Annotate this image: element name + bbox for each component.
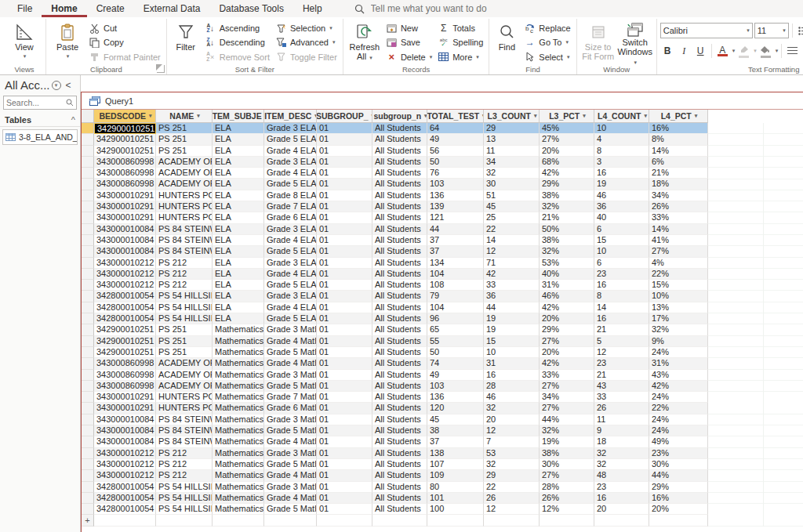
table-cell[interactable]: Mathematics: [213, 381, 264, 392]
table-cell[interactable]: 14%: [649, 146, 708, 157]
row-selector[interactable]: [82, 403, 94, 414]
table-cell[interactable]: 22: [484, 482, 540, 493]
table-cell[interactable]: 40: [594, 212, 649, 223]
table-cell[interactable]: 29%: [540, 179, 594, 190]
table-cell[interactable]: All Students: [372, 370, 427, 381]
table-cell[interactable]: 50: [427, 157, 484, 168]
table-cell[interactable]: 10: [484, 347, 540, 358]
table-cell[interactable]: 44%: [649, 470, 708, 481]
table-cell[interactable]: All Students: [372, 436, 427, 447]
new-record-cell[interactable]: [427, 515, 484, 526]
table-cell[interactable]: 19: [484, 313, 540, 324]
row-selector[interactable]: [82, 157, 94, 168]
table-cell[interactable]: ELA: [213, 258, 264, 269]
table-cell[interactable]: PS 54 HILLSIDE: [156, 493, 213, 504]
row-selector[interactable]: [82, 224, 94, 235]
table-cell[interactable]: 01: [317, 448, 372, 459]
bold-button[interactable]: B: [660, 43, 675, 59]
row-selector[interactable]: [82, 280, 94, 291]
table-cell[interactable]: All Students: [372, 403, 427, 414]
table-cell[interactable]: 51: [484, 190, 540, 201]
table-cell[interactable]: 31%: [649, 358, 708, 369]
table-cell[interactable]: All Students: [372, 470, 427, 481]
table-cell[interactable]: 01: [317, 370, 372, 381]
table-cell[interactable]: 16%: [649, 493, 708, 504]
table-cell[interactable]: 4: [594, 134, 649, 145]
table-cell[interactable]: ELA: [213, 280, 264, 291]
table-cell[interactable]: 32: [484, 459, 540, 470]
table-cell[interactable]: 10%: [649, 291, 708, 302]
table-cell[interactable]: HUNTERS POIN: [156, 201, 213, 212]
table-cell[interactable]: 26%: [649, 201, 708, 212]
table-cell[interactable]: ACADEMY OF T: [156, 157, 213, 168]
table-cell[interactable]: All Students: [372, 201, 427, 212]
table-cell[interactable]: 01: [317, 134, 372, 145]
table-cell[interactable]: All Students: [372, 302, 427, 313]
table-cell[interactable]: 19: [594, 179, 649, 190]
table-cell[interactable]: 343000010084: [94, 414, 156, 425]
table-cell[interactable]: 29: [484, 470, 540, 481]
table-cell[interactable]: 136: [427, 392, 484, 403]
table-cell[interactable]: 343000860998: [94, 157, 156, 168]
table-cell[interactable]: ELA: [213, 146, 264, 157]
table-cell[interactable]: PS 251: [156, 123, 213, 134]
table-cell[interactable]: 43: [594, 381, 649, 392]
table-cell[interactable]: 8%: [649, 134, 708, 145]
table-cell[interactable]: 26: [484, 493, 540, 504]
column-filter-dropdown-icon[interactable]: ▾: [644, 113, 647, 119]
cut-button[interactable]: Cut: [86, 21, 163, 35]
table-cell[interactable]: Grade 3 Math: [264, 448, 317, 459]
font-name-combobox[interactable]: Calibri ▾: [660, 23, 753, 38]
tab-file[interactable]: File: [8, 0, 42, 17]
new-record-cell[interactable]: [594, 515, 649, 526]
table-cell[interactable]: 44: [427, 224, 484, 235]
table-cell[interactable]: 31: [484, 358, 540, 369]
table-cell[interactable]: 36: [594, 201, 649, 212]
table-cell[interactable]: All Students: [372, 336, 427, 347]
table-cell[interactable]: Grade 4 Math: [264, 358, 317, 369]
table-cell[interactable]: 103: [427, 381, 484, 392]
table-cell[interactable]: 342900010251: [94, 134, 156, 145]
nav-search-box[interactable]: [3, 96, 77, 110]
table-cell[interactable]: 32%: [649, 324, 708, 335]
row-selector[interactable]: [82, 436, 94, 447]
table-cell[interactable]: 33%: [540, 370, 594, 381]
table-cell[interactable]: 342800010054: [94, 313, 156, 324]
table-cell[interactable]: 343000010291: [94, 392, 156, 403]
table-cell[interactable]: PS 84 STEINWA: [156, 436, 213, 447]
table-cell[interactable]: ACADEMY OF T: [156, 179, 213, 190]
table-cell[interactable]: 28: [484, 381, 540, 392]
table-cell[interactable]: 342900010251: [94, 146, 156, 157]
table-cell[interactable]: ELA: [213, 134, 264, 145]
table-cell[interactable]: 27%: [540, 381, 594, 392]
table-cell[interactable]: Grade 4 Math: [264, 493, 317, 504]
column-filter-dropdown-icon[interactable]: ▾: [197, 113, 200, 119]
table-cell[interactable]: 01: [317, 168, 372, 179]
table-cell[interactable]: Grade 6 ELA: [264, 212, 317, 223]
table-cell[interactable]: 15%: [649, 280, 708, 291]
table-cell[interactable]: 32: [484, 168, 540, 179]
table-cell[interactable]: All Students: [372, 291, 427, 302]
table-cell[interactable]: 343000010084: [94, 235, 156, 246]
spelling-button[interactable]: abc✓ Spelling: [435, 35, 485, 49]
table-cell[interactable]: Grade 3 ELA: [264, 258, 317, 269]
table-cell[interactable]: 01: [317, 392, 372, 403]
table-cell[interactable]: 21%: [540, 212, 594, 223]
tab-home[interactable]: Home: [42, 0, 86, 17]
font-color-button[interactable]: A: [715, 43, 730, 59]
table-cell[interactable]: HUNTERS POIN: [156, 392, 213, 403]
table-cell[interactable]: All Students: [372, 459, 427, 470]
table-cell[interactable]: 12%: [540, 504, 594, 515]
table-cell[interactable]: 342800010054: [94, 302, 156, 313]
table-cell[interactable]: 42%: [540, 302, 594, 313]
table-cell[interactable]: Grade 3 Math: [264, 482, 317, 493]
table-cell[interactable]: 343000010291: [94, 403, 156, 414]
table-cell[interactable]: 26: [594, 403, 649, 414]
table-cell[interactable]: 40%: [540, 269, 594, 280]
table-cell[interactable]: 343000860998: [94, 179, 156, 190]
table-cell[interactable]: Mathematics: [213, 414, 264, 425]
nav-table-item[interactable]: 3-8_ELA_AND_...: [2, 129, 78, 145]
ascending-button[interactable]: AZ↓ Ascending: [202, 21, 272, 35]
table-cell[interactable]: 01: [317, 258, 372, 269]
nav-menu-icon[interactable]: ▾: [52, 81, 61, 90]
